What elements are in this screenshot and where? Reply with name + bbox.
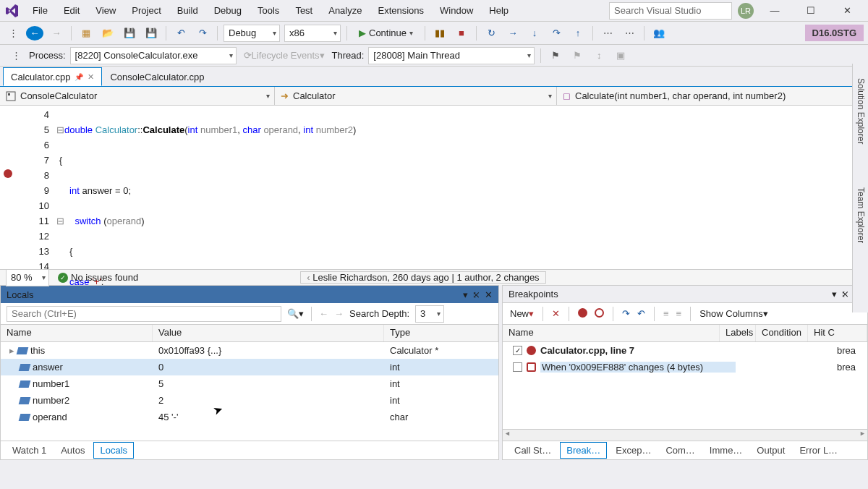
tab-autos[interactable]: Autos — [55, 443, 90, 458]
locals-row-operand[interactable]: operand45 '-'char — [1, 409, 498, 425]
locals-row-answer[interactable]: answer0int — [1, 359, 498, 375]
menu-test[interactable]: Test — [287, 2, 320, 19]
open-button[interactable]: 📂 — [99, 25, 116, 42]
scope-combo[interactable]: ConsoleCalculator — [0, 87, 275, 105]
menu-help[interactable]: Help — [481, 2, 516, 19]
tab-calculator-cpp[interactable]: Calculator.cpp 📌 ✕ — [3, 67, 102, 86]
goto-source-button[interactable]: ≡ — [663, 308, 669, 319]
platform-combo[interactable]: x86 — [284, 25, 341, 42]
menu-project[interactable]: Project — [124, 2, 169, 19]
menu-view[interactable]: View — [88, 2, 124, 19]
import-button[interactable]: ↶ — [637, 308, 645, 319]
class-combo[interactable]: ➜ Calculator — [275, 87, 557, 105]
menu-edit[interactable]: Edit — [56, 2, 88, 19]
func-combo[interactable]: ◻ Calculate(int number1, char operand, i… — [557, 87, 868, 105]
col-type[interactable]: Type — [384, 325, 498, 341]
pin-icon[interactable]: 📌 — [75, 73, 83, 81]
tab-breakpoints[interactable]: Break… — [560, 442, 607, 459]
menu-tools[interactable]: Tools — [250, 2, 287, 19]
col-value[interactable]: Value — [153, 325, 384, 341]
step-over-button[interactable]: ↷ — [548, 25, 565, 42]
thread-filter-button[interactable]: ⚑ — [569, 47, 586, 64]
locals-search-input[interactable] — [7, 306, 281, 322]
thread-marker-button[interactable]: ▣ — [612, 47, 629, 64]
new-breakpoint-button[interactable]: New▾ — [510, 308, 534, 319]
stack-frame-button[interactable]: ↕ — [590, 47, 608, 64]
process-combo[interactable]: [8220] ConsoleCalculator.exe — [70, 47, 237, 64]
undo-button[interactable]: ↶ — [172, 25, 190, 42]
pin-icon[interactable]: ⤪ — [472, 289, 480, 300]
pin-icon[interactable]: ⤪ — [841, 289, 849, 299]
step-out-button[interactable]: ↑ — [569, 25, 587, 42]
no-issues-indicator[interactable]: ✓No issues found — [58, 272, 138, 283]
show-columns-button[interactable]: Show Columns▾ — [699, 308, 767, 319]
continue-button[interactable]: ▶Continue▾ — [353, 25, 419, 42]
tab-errorlist[interactable]: Error L… — [793, 443, 843, 458]
locals-row-this[interactable]: ▸this0x010ffa93 {...}Calculator * — [1, 342, 498, 359]
minimize-button[interactable]: — — [760, 0, 790, 22]
locals-row-number2[interactable]: number22int — [1, 392, 498, 409]
maximize-button[interactable]: ☐ — [796, 0, 826, 22]
codelens-info[interactable]: ‹ Leslie Richardson, 260 days ago | 1 au… — [300, 271, 545, 284]
horizontal-scrollbar[interactable] — [503, 429, 867, 441]
dropdown-icon[interactable]: ▾ — [463, 289, 468, 300]
show-next-statement-button[interactable]: → — [504, 25, 522, 42]
nav-fwd-button[interactable]: → — [48, 25, 65, 42]
restart-button[interactable]: ↻ — [482, 25, 500, 42]
bp-row-2[interactable]: When '0x009EF888' changes (4 bytes) brea — [503, 359, 867, 375]
tool-btn-2[interactable]: ⋯ — [621, 25, 638, 42]
checkbox[interactable] — [513, 362, 522, 372]
breakpoint-glyph[interactable] — [4, 169, 12, 178]
tab-callstack[interactable]: Call St… — [509, 443, 557, 458]
enable-all-button[interactable] — [578, 308, 587, 320]
close-button[interactable]: ✕ — [832, 0, 862, 22]
disable-all-button[interactable] — [595, 308, 604, 320]
bp-row-1[interactable]: ✓ Calculator.cpp, line 7 brea — [503, 342, 867, 359]
step-into-button[interactable]: ↓ — [526, 25, 543, 42]
search-icon[interactable]: 🔍▾ — [287, 308, 304, 319]
menu-file[interactable]: File — [25, 2, 56, 19]
tab-output[interactable]: Output — [751, 443, 791, 458]
save-button[interactable]: 💾 — [121, 25, 138, 42]
lifecycle-button[interactable]: ⟳ Lifecycle Events ▾ — [241, 47, 328, 64]
search-input[interactable]: Search Visual Studio — [609, 2, 732, 20]
config-combo[interactable]: Debug — [224, 25, 280, 42]
col-labels[interactable]: Labels — [720, 325, 756, 341]
checkbox[interactable]: ✓ — [513, 346, 522, 355]
redo-button[interactable]: ↷ — [194, 25, 211, 42]
goto-disasm-button[interactable]: ≡ — [676, 308, 682, 319]
close-icon[interactable]: ✕ — [88, 72, 94, 82]
next-match-button[interactable]: → — [334, 308, 344, 319]
close-icon[interactable]: ✕ — [485, 289, 493, 300]
col-condition[interactable]: Condition — [756, 325, 808, 341]
code-editor[interactable]: 4567891011121314 ⊟double Calculator::Cal… — [0, 106, 868, 269]
col-hitcount[interactable]: Hit C — [808, 325, 867, 341]
menu-debug[interactable]: Debug — [206, 2, 250, 19]
locals-row-number1[interactable]: number15int — [1, 375, 498, 392]
col-name[interactable]: Name — [503, 325, 720, 341]
menu-window[interactable]: Window — [432, 2, 481, 19]
tab-watch1[interactable]: Watch 1 — [7, 443, 52, 458]
thread-combo[interactable]: [28008] Main Thread — [368, 47, 535, 64]
tab-locals[interactable]: Locals — [93, 442, 134, 459]
code-content[interactable]: ⊟double Calculator::Calculate(int number… — [56, 106, 868, 269]
team-explorer-tab[interactable]: Team Explorer — [856, 187, 866, 243]
new-project-button[interactable]: ▦ — [77, 25, 95, 42]
save-all-button[interactable]: 💾 — [142, 25, 160, 42]
dropdown-icon[interactable]: ▾ — [832, 289, 837, 299]
user-avatar[interactable]: LR — [738, 3, 754, 19]
locals-header[interactable]: Locals ▾⤪✕ — [1, 286, 498, 303]
tool-btn-1[interactable]: ⋯ — [599, 25, 616, 42]
nav-back-button[interactable]: ← — [26, 26, 43, 41]
solution-explorer-tab[interactable]: Solution Explorer — [856, 78, 866, 144]
tab-exceptions[interactable]: Excep… — [610, 443, 657, 458]
flag-filter-button[interactable]: ⚑ — [547, 47, 564, 64]
menu-extensions[interactable]: Extensions — [370, 2, 432, 19]
zoom-combo[interactable]: 80 % — [6, 269, 49, 286]
menu-analyze[interactable]: Analyze — [320, 2, 370, 19]
tab-consolecalculator-cpp[interactable]: ConsoleCalculator.cpp — [102, 67, 212, 86]
delete-button[interactable]: ✕ — [552, 308, 560, 319]
menu-build[interactable]: Build — [169, 2, 206, 19]
breakpoints-header[interactable]: Breakpoints ▾⤪✕ — [503, 286, 867, 303]
stop-button[interactable]: ■ — [453, 25, 470, 42]
